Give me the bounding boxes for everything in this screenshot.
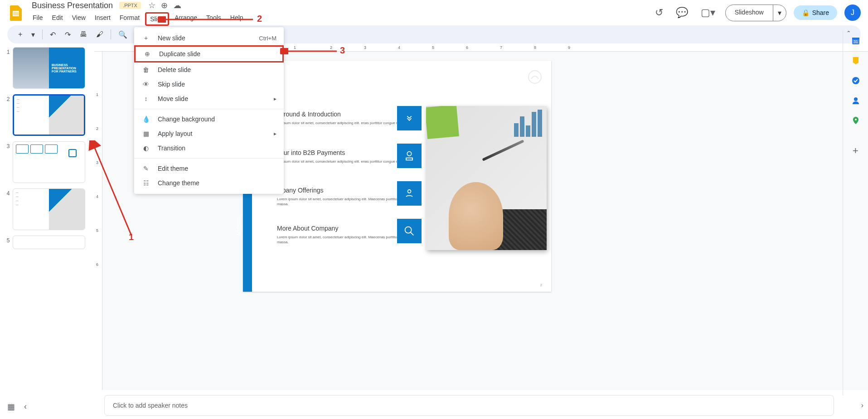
svg-point-10 (852, 77, 859, 84)
thumb-number: 5 (4, 236, 13, 249)
svg-point-11 (854, 97, 858, 101)
menu-delete-slide[interactable]: 🗑 Delete slide (134, 63, 284, 77)
agenda-item-desc: m ipsum dolor sit amet, consectetuer adi… (277, 120, 415, 125)
svg-point-1 (407, 152, 411, 156)
chevron-right-icon[interactable]: › (857, 397, 868, 414)
agenda-item-desc: m ipsum dolor sit amet, consectetuer adi… (277, 159, 415, 164)
menu-move-slide[interactable]: ↕ Move slide ▸ (134, 92, 284, 106)
move-icon[interactable]: ⊕ (161, 0, 168, 10)
slide-thumbnail-4[interactable]: ──── ──── (13, 188, 85, 230)
avatar[interactable]: J (844, 5, 861, 21)
slide-canvas[interactable]: AGENDA kground & Introduction m ipsum do… (243, 61, 551, 292)
plus-icon: + (141, 34, 150, 42)
trash-icon: 🗑 (141, 66, 150, 73)
watermark-icon (528, 70, 542, 84)
new-slide-button[interactable]: + (15, 28, 26, 41)
menu-new-slide[interactable]: + New slide Ctrl+M (134, 31, 284, 45)
thumb-number: 4 (4, 188, 13, 230)
thumb-number: 1 (4, 47, 13, 89)
menu-apply-layout[interactable]: ▦ Apply layout ▸ (134, 126, 284, 141)
comments-icon[interactable]: 💬 (673, 4, 691, 21)
svg-text:31: 31 (853, 39, 858, 44)
annotation-2: 2 (257, 14, 262, 24)
svg-point-12 (855, 119, 857, 120)
menu-edit[interactable]: Edit (48, 12, 67, 26)
menu-skip-slide[interactable]: 👁 Skip slide (134, 77, 284, 92)
gear-hand-icon (397, 181, 422, 206)
pptx-badge: .PPTX (119, 2, 141, 9)
history-icon[interactable]: ↺ (652, 4, 666, 21)
menu-duplicate-slide[interactable]: ⊕ Duplicate slide (134, 45, 284, 63)
agenda-item-title: Tour into B2B Payments (277, 149, 415, 156)
slides-logo-icon[interactable] (7, 4, 25, 22)
agenda-item-title: More About Company (277, 225, 415, 232)
grid-view-icon[interactable]: ▦ (7, 402, 15, 412)
eye-icon: 👁 (141, 81, 150, 88)
cloud-status-icon[interactable]: ☁ (173, 0, 181, 10)
speaker-notes-area: Click to add speaker notes › (0, 392, 868, 419)
star-icon[interactable]: ☆ (148, 0, 155, 10)
keep-icon[interactable] (851, 56, 860, 65)
slide-dropdown-menu: + New slide Ctrl+M ⊕ Duplicate slide 🗑 D… (134, 27, 284, 194)
chevron-left-icon[interactable]: ‹ (24, 402, 27, 412)
zoom-button[interactable]: 🔍 (115, 28, 131, 42)
tasks-icon[interactable] (851, 76, 860, 85)
slide-image (426, 106, 547, 250)
slideshow-button[interactable]: Slideshow (726, 5, 773, 21)
print-button[interactable]: 🖶 (76, 28, 91, 41)
menu-file[interactable]: File (29, 12, 47, 26)
chevron-right-icon: ▸ (274, 96, 276, 102)
annotation-arrow-1 (88, 140, 138, 240)
menu-change-background[interactable]: 💧 Change background (134, 112, 284, 126)
agenda-item-desc: Lorem ipsum dolor sit amet, consectetuer… (277, 197, 415, 207)
slideshow-group: Slideshow ▾ (725, 5, 786, 21)
slide-thumbnail-2[interactable]: ──── ──── (13, 94, 85, 136)
annotation-1: 1 (129, 232, 134, 242)
edit-theme-icon: ✎ (141, 165, 150, 172)
share-button[interactable]: 🔒 Share (794, 5, 837, 20)
move-arrows-icon: ↕ (141, 95, 150, 102)
maps-icon[interactable] (851, 116, 860, 125)
speaker-notes-input[interactable]: Click to add speaker notes (104, 395, 834, 416)
filmstrip[interactable]: 1 BUSINESS PRESENTATION FOR PARTNERS 2 ─… (0, 43, 94, 390)
paint-format-button[interactable]: 🖌 (92, 28, 107, 41)
annotation-arrow-3 (280, 48, 341, 54)
money-icon (397, 144, 422, 168)
menu-view[interactable]: View (68, 12, 89, 26)
menu-change-theme[interactable]: ☷ Change theme (134, 176, 284, 190)
magnify-icon (397, 219, 422, 243)
droplet-icon: 💧 (141, 116, 150, 123)
calendar-icon[interactable]: 31 (851, 36, 860, 45)
chevron-right-icon: ▸ (274, 130, 276, 137)
redo-button[interactable]: ↷ (61, 28, 74, 42)
agenda-item-title: mpany Offerings (277, 187, 415, 194)
slide-thumbnail-3[interactable] (13, 141, 85, 183)
slideshow-dropdown-icon[interactable]: ▾ (773, 5, 786, 21)
agenda-item-title: kground & Introduction (277, 111, 415, 118)
thumb-number: 3 (4, 141, 13, 183)
annotation-arrow-2 (158, 16, 257, 23)
agenda-item-desc: Lorem ipsum dolor sit amet, consectetuer… (277, 235, 415, 245)
contacts-icon[interactable] (851, 96, 860, 105)
meet-icon[interactable]: ▢▾ (698, 4, 718, 21)
undo-button[interactable]: ↶ (46, 28, 59, 42)
menu-transition[interactable]: ◐ Transition (134, 141, 284, 155)
bottom-controls: ▦ ‹ (7, 395, 27, 419)
handshake-icon (397, 106, 422, 130)
menu-edit-theme[interactable]: ✎ Edit theme (134, 161, 284, 176)
menu-insert[interactable]: Insert (91, 12, 114, 26)
slide-page-number: 2 (540, 283, 542, 287)
slide-thumbnail-1[interactable]: BUSINESS PRESENTATION FOR PARTNERS (13, 47, 85, 89)
thumb-number: 2 (4, 94, 13, 136)
add-addon-icon[interactable]: + (853, 145, 858, 166)
new-slide-dropdown-icon[interactable]: ▾ (28, 28, 39, 42)
slide-thumbnail-5[interactable] (13, 236, 85, 249)
doc-title[interactable]: Business Presentation (29, 0, 116, 11)
side-panel: 31 + (843, 31, 868, 395)
app-header: Business Presentation .PPTX ☆ ⊕ ☁ File E… (0, 0, 868, 25)
annotation-3: 3 (340, 45, 345, 56)
svg-point-0 (529, 71, 541, 83)
duplicate-icon: ⊕ (143, 50, 152, 58)
lock-icon: 🔒 (802, 9, 810, 16)
menu-format[interactable]: Format (116, 12, 143, 26)
